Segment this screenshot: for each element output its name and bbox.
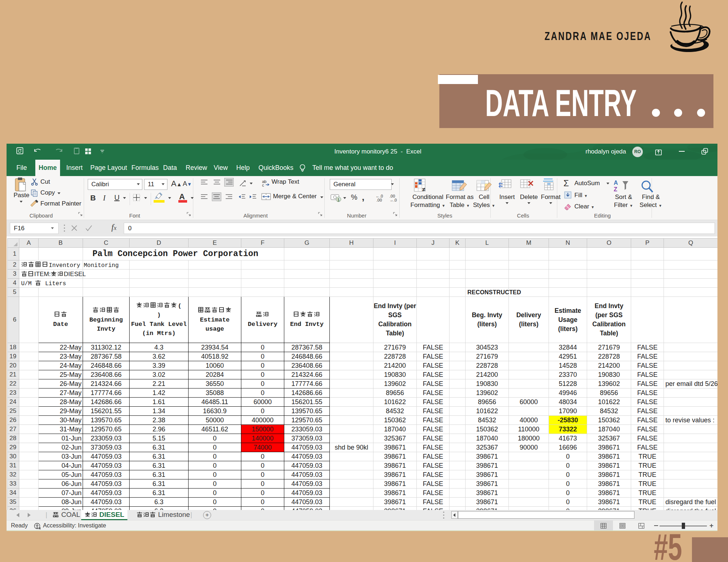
svg-text:.00: .00 xyxy=(376,198,382,202)
svg-text:Z: Z xyxy=(614,186,617,192)
svg-text:→.0: →.0 xyxy=(389,198,397,202)
svg-text:A: A xyxy=(614,180,618,186)
svg-text:≠: ≠ xyxy=(422,186,426,192)
svg-text:$: $ xyxy=(337,198,340,202)
svg-text:c: c xyxy=(262,183,264,187)
